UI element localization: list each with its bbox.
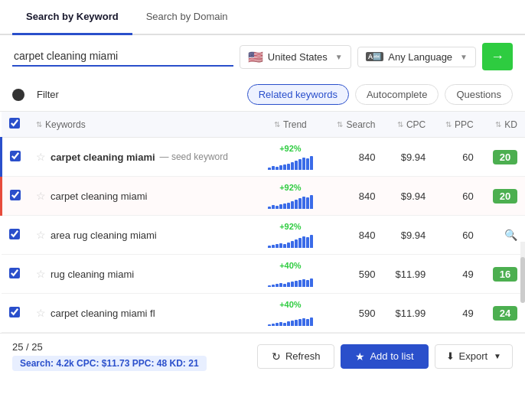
sort-cpc-icon: ⇅ (397, 120, 403, 129)
summary-kd-label: KD: (170, 358, 186, 369)
row-checkbox[interactable] (10, 190, 21, 200)
trend-cell: +92% (256, 216, 324, 255)
kd-cell: 24 (481, 294, 525, 333)
row-checkbox-cell (2, 216, 29, 255)
filter-button[interactable]: Filter (31, 86, 65, 103)
keywords-table: ⇅ Keywords ⇅ Trend ⇅ Search (0, 112, 525, 333)
country-select[interactable]: 🇺🇸 United States ▼ (240, 45, 351, 69)
tab-autocomplete[interactable]: Autocomplete (355, 84, 439, 105)
star-add-icon: ★ (355, 350, 365, 363)
col-ppc: ⇅ PPC (433, 112, 481, 138)
filter-dot-icon (12, 89, 24, 101)
trend-pct: +40% (264, 261, 316, 270)
col-cpc: ⇅ CPC (383, 112, 434, 138)
footer-left: 25 / 25 Search: 4.2k CPC: $11.73 PPC: 48… (12, 341, 207, 371)
kd-badge: 20 (493, 150, 517, 164)
keyword-cell: ☆carpet cleaning miami fl (28, 294, 256, 333)
ppc-cell: 60 (433, 216, 481, 255)
search-button[interactable]: → (482, 43, 513, 70)
row-checkbox-cell (2, 138, 29, 177)
kd-badge: 20 (493, 189, 517, 203)
keyword-text: rug cleaning miami (51, 269, 134, 280)
keyword-text: carpet cleaning miami fl (51, 308, 155, 319)
refresh-button[interactable]: ↻ Refresh (257, 344, 335, 369)
row-checkbox[interactable] (9, 229, 20, 239)
row-checkbox[interactable] (9, 268, 20, 278)
tab-search-by-keyword[interactable]: Search by Keyword (12, 0, 132, 35)
mini-chart (264, 272, 316, 287)
row-checkbox-cell (2, 294, 29, 333)
language-select[interactable]: A🔤 Any Language ▼ (357, 47, 476, 67)
star-icon[interactable]: ☆ (36, 229, 46, 241)
summary-ppc-value: 48 (157, 358, 167, 369)
country-label: United States (268, 51, 328, 63)
search-row: 🇺🇸 United States ▼ A🔤 Any Language ▼ → (0, 35, 525, 78)
summary-search-label: Search: (20, 358, 54, 369)
tab-bar: Search by Keyword Search by Domain (0, 0, 525, 35)
search-cell: 590 (324, 255, 383, 294)
kd-cell: 20 (481, 177, 525, 216)
trend-cell: +92% (256, 138, 324, 177)
row-checkbox[interactable] (9, 307, 20, 317)
trend-pct: +40% (264, 300, 316, 309)
cpc-cell: $11.99 (383, 294, 434, 333)
table-row: ☆rug cleaning miami+40%590$11.994916 (2, 255, 526, 294)
export-button[interactable]: ⬇ Export ▼ (435, 344, 513, 369)
select-all-checkbox[interactable] (9, 118, 20, 129)
table-container: ⇅ Keywords ⇅ Trend ⇅ Search (0, 112, 525, 333)
mini-chart (264, 155, 316, 170)
add-to-list-button[interactable]: ★ Add to list (341, 344, 428, 369)
export-label: Export (459, 350, 488, 362)
kd-badge: 16 (493, 267, 517, 282)
footer-actions: ↻ Refresh ★ Add to list ⬇ Export ▼ (257, 344, 513, 369)
language-icon: A🔤 (366, 52, 384, 61)
kd-search-icon: 🔍 (504, 229, 517, 241)
tab-related-keywords[interactable]: Related keywords (247, 84, 349, 105)
language-label: Any Language (388, 51, 452, 63)
ppc-cell: 49 (433, 255, 481, 294)
kd-cell: 20 (481, 138, 525, 177)
trend-cell: +92% (256, 177, 324, 216)
search-cell: 590 (324, 294, 383, 333)
main-container: Search by Keyword Search by Domain 🇺🇸 Un… (0, 0, 525, 420)
mini-chart (264, 233, 316, 248)
star-icon[interactable]: ☆ (36, 190, 46, 202)
trend-pct: +92% (264, 222, 316, 231)
keyword-cell: ☆carpet cleaning miami— seed keyword (28, 138, 256, 177)
star-icon[interactable]: ☆ (36, 268, 46, 280)
trend-pct: +92% (264, 183, 316, 192)
col-kd: ⇅ KD (481, 112, 525, 138)
summary-kd-value: 21 (188, 358, 198, 369)
keyword-text: area rug cleaning miami (51, 230, 157, 241)
keyword-cell: ☆area rug cleaning miami (28, 216, 256, 255)
summary-ppc-label: PPC: (132, 358, 155, 369)
trend-cell: +40% (256, 294, 324, 333)
scrollbar-thumb[interactable] (520, 257, 525, 303)
language-dropdown-arrow-icon: ▼ (460, 53, 468, 61)
seed-label: — seed keyword (160, 151, 228, 162)
summary-cpc-value: $11.73 (102, 358, 130, 369)
row-checkbox[interactable] (10, 151, 21, 161)
star-icon[interactable]: ☆ (36, 151, 46, 163)
export-dropdown-icon: ▼ (494, 352, 501, 360)
star-icon[interactable]: ☆ (36, 307, 46, 319)
trend-pct: +92% (264, 144, 316, 153)
ppc-cell: 49 (433, 294, 481, 333)
summary-search-value: 4.2k (56, 358, 73, 369)
col-search: ⇅ Search (324, 112, 383, 138)
keyword-input[interactable] (12, 47, 233, 67)
mini-chart (264, 311, 316, 326)
ppc-cell: 60 (433, 138, 481, 177)
tab-questions[interactable]: Questions (445, 84, 513, 105)
search-cell: 840 (324, 177, 383, 216)
scrollbar-track[interactable] (520, 242, 525, 287)
table-row: ☆area rug cleaning miami+92%840$9.9460🔍 (2, 216, 526, 255)
cpc-cell: $9.94 (383, 138, 434, 177)
keyword-cell: ☆rug cleaning miami (28, 255, 256, 294)
cpc-cell: $9.94 (383, 177, 434, 216)
country-dropdown-arrow-icon: ▼ (335, 53, 343, 61)
keyword-text: carpet cleaning miami (51, 151, 155, 163)
cpc-cell: $9.94 (383, 216, 434, 255)
tab-search-by-domain[interactable]: Search by Domain (132, 0, 242, 35)
summary-badge: Search: 4.2k CPC: $11.73 PPC: 48 KD: 21 (12, 356, 207, 371)
